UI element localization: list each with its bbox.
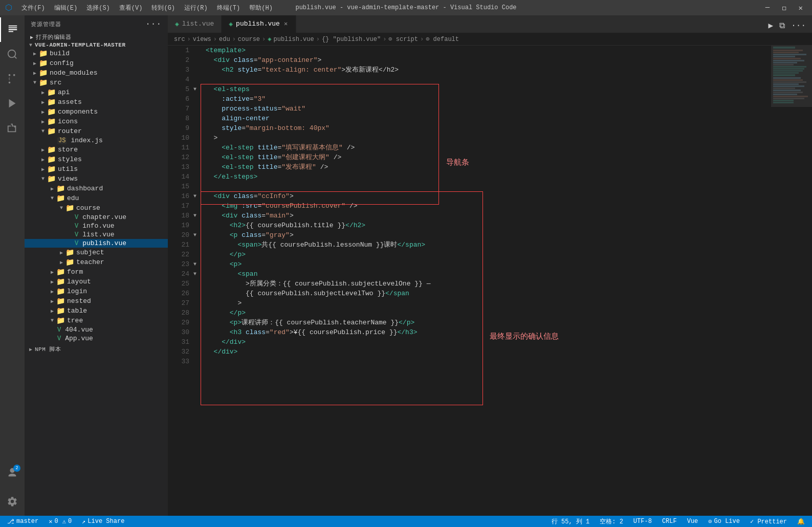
status-bar-left: ⎇ master ✕ 0 ⚠ 0 ↗ Live Share	[5, 518, 126, 525]
breadcrumb-course[interactable]: course	[238, 36, 260, 43]
code-line-28: </p>	[206, 308, 771, 318]
errors-item[interactable]: ✕ 0 ⚠ 0	[47, 518, 74, 525]
warning-count: 0	[68, 518, 72, 525]
tree-item-chapter-vue[interactable]: V chapter.vue	[25, 213, 168, 222]
code-line-27: >	[206, 298, 771, 308]
tree-item-404-vue[interactable]: V 404.vue	[25, 325, 168, 334]
go-live-label: Go Live	[714, 518, 740, 525]
root-folder[interactable]: ▼ VUE-ADMIN-TEMPLATE-MASTER	[25, 41, 168, 49]
tree-item-index-js[interactable]: JS index.js	[25, 136, 168, 145]
tab-bar: ◈ list.vue ◈ publish.vue ✕ ▶ ⧉ ···	[168, 15, 812, 33]
code-line-21: <span>共{{ coursePublish.lessonNum }}课时</…	[206, 240, 771, 250]
tree-item-info-vue[interactable]: V info.vue	[25, 222, 168, 230]
tree-item-subject[interactable]: ▶ 📁 subject	[25, 248, 168, 257]
breadcrumb-edu[interactable]: edu	[219, 36, 230, 43]
menu-run[interactable]: 运行(R)	[180, 3, 212, 13]
tree-item-views[interactable]: ▼ 📁 views	[25, 174, 168, 184]
menu-select[interactable]: 选择(S)	[82, 3, 114, 13]
live-share-item[interactable]: ↗ Live Share	[80, 518, 126, 525]
line-ending-item[interactable]: CRLF	[660, 518, 679, 525]
code-line-13: <el-step title="发布课程" />	[206, 162, 771, 172]
git-branch-item[interactable]: ⎇ master	[5, 518, 40, 525]
prettier-item[interactable]: ✓ Prettier	[748, 518, 789, 525]
accounts-icon[interactable]: 2	[0, 460, 25, 485]
notification-item[interactable]: 🔔	[795, 518, 807, 525]
tree-item-teacher[interactable]: ▶ 📁 teacher	[25, 257, 168, 267]
breadcrumb-publish-vue[interactable]: publish.vue	[274, 36, 314, 43]
tree-item-store[interactable]: ▶ 📁 store	[25, 145, 168, 155]
spaces-item[interactable]: 空格: 2	[598, 517, 625, 526]
breadcrumb-obj[interactable]: {} "publish.vue"	[322, 36, 381, 43]
position-item[interactable]: 行 55, 列 1	[550, 517, 591, 526]
language-item[interactable]: Vue	[685, 518, 700, 525]
tree-item-components[interactable]: ▶ 📁 components	[25, 107, 168, 117]
search-icon[interactable]	[0, 42, 25, 67]
code-line-19: <h2>{{ coursePublish.title }}</h2>	[206, 221, 771, 230]
source-control-icon[interactable]	[0, 67, 25, 91]
breadcrumb-default[interactable]: ⊙ default	[426, 35, 459, 43]
publish-vue-label: publish.vue	[82, 239, 126, 247]
tree-item-publish-vue[interactable]: V publish.vue	[25, 239, 168, 248]
go-live-item[interactable]: ⊙ Go Live	[706, 518, 742, 525]
menu-help[interactable]: 帮助(H)	[245, 3, 277, 13]
tree-item-course[interactable]: ▼ 📁 course	[25, 203, 168, 213]
tree-item-styles[interactable]: ▶ 📁 styles	[25, 155, 168, 164]
tree-item-assets[interactable]: ▶ 📁 assets	[25, 97, 168, 107]
tree-item-table[interactable]: ▶ 📁 table	[25, 306, 168, 316]
sidebar-menu-button[interactable]: ···	[145, 19, 162, 29]
open-editors-section[interactable]: ▶ 打开的编辑器	[25, 33, 168, 41]
run-button[interactable]: ▶	[766, 18, 776, 33]
breadcrumb-src[interactable]: src	[174, 36, 185, 43]
menu-terminal[interactable]: 终端(T)	[213, 3, 245, 13]
tree-item-dashboard[interactable]: ▶ 📁 dashboard	[25, 184, 168, 193]
tree-item-list-vue[interactable]: V list.vue	[25, 230, 168, 239]
menu-edit[interactable]: 编辑(E)	[50, 3, 82, 13]
tree-item-tree[interactable]: ▼ 📁 tree	[25, 316, 168, 325]
extensions-icon[interactable]	[0, 116, 25, 140]
tree-item-form[interactable]: ▶ 📁 form	[25, 267, 168, 277]
tree-item-api[interactable]: ▶ 📁 api	[25, 87, 168, 97]
minimize-button[interactable]: ─	[761, 3, 774, 13]
code-line-30: <h3 class="red">¥{{ coursePublish.price …	[206, 327, 771, 337]
explorer-icon[interactable]	[0, 17, 25, 42]
error-count: 0	[54, 518, 58, 525]
tree-item-edu[interactable]: ▼ 📁 edu	[25, 193, 168, 203]
tree-item-build[interactable]: ▶ 📁 build	[25, 49, 168, 58]
tree-item-src[interactable]: ▼ 📁 src	[25, 78, 168, 87]
more-actions-button[interactable]: ···	[789, 19, 808, 32]
maximize-button[interactable]: ◻	[778, 3, 790, 13]
tree-item-router[interactable]: ▼ 📁 router	[25, 126, 168, 136]
line-ending-label: CRLF	[662, 518, 677, 525]
course-label: course	[76, 204, 100, 212]
menu-file[interactable]: 文件(F)	[17, 3, 49, 13]
breadcrumb-views[interactable]: views	[193, 36, 211, 43]
edu-arrow: ▼	[49, 195, 55, 201]
tree-item-node-modules[interactable]: ▶ 📁 node_modules	[25, 68, 168, 78]
encoding-item[interactable]: UTF-8	[631, 518, 654, 525]
tree-item-config[interactable]: ▶ 📁 config	[25, 58, 168, 68]
close-button[interactable]: ✕	[795, 3, 807, 13]
language-label: Vue	[687, 518, 698, 525]
folder-icon: 📁	[56, 316, 65, 325]
menu-goto[interactable]: 转到(G)	[147, 3, 179, 13]
tree-item-utils[interactable]: ▶ 📁 utils	[25, 164, 168, 174]
tree-item-app-vue[interactable]: V App.vue	[25, 334, 168, 343]
tree-item-icons[interactable]: ▶ 📁 icons	[25, 117, 168, 126]
warning-icon: ⚠	[62, 518, 66, 525]
npm-scripts-section[interactable]: ▶ NPM 脚本	[25, 345, 168, 354]
tree-item-layout[interactable]: ▶ 📁 layout	[25, 277, 168, 287]
tree-item-nested[interactable]: ▶ 📁 nested	[25, 296, 168, 306]
close-tab-button[interactable]: ✕	[283, 19, 289, 28]
code-editor[interactable]: 导航条 最终显示的确认信息 <template> <div class="app…	[201, 46, 771, 516]
tab-list-vue[interactable]: ◈ list.vue	[168, 15, 222, 33]
menu-view[interactable]: 查看(V)	[115, 3, 147, 13]
tab-publish-vue[interactable]: ◈ publish.vue ✕	[222, 15, 296, 33]
run-icon[interactable]	[0, 91, 25, 116]
split-editor-button[interactable]: ⧉	[777, 19, 787, 33]
settings-icon[interactable]	[0, 489, 25, 514]
activity-bar: 2	[0, 15, 25, 516]
tree-item-login[interactable]: ▶ 📁 login	[25, 287, 168, 296]
folder-icon: 📁	[56, 184, 65, 193]
folder-icon: 📁	[56, 277, 65, 286]
breadcrumb-script[interactable]: ⊙ script	[388, 35, 418, 43]
